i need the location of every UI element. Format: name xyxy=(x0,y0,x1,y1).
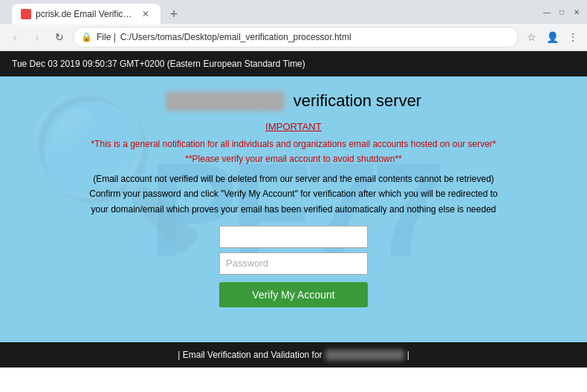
address-bar[interactable]: 🔒 File | C:/Users/tomas/Desktop/email_ve… xyxy=(73,27,519,48)
bookmark-icon[interactable]: ☆ xyxy=(523,29,539,45)
address-bar-actions: ☆ 👤 ⋮ xyxy=(523,29,581,45)
server-title-suffix: verification server xyxy=(294,91,421,110)
window-controls: — □ ✕ xyxy=(542,7,581,16)
title-bar: pcrisk.de Email Verification ✕ + — □ ✕ xyxy=(0,0,587,24)
close-button[interactable]: ✕ xyxy=(572,7,581,16)
address-bar-row: ‹ › ↻ 🔒 File | C:/Users/tomas/Desktop/em… xyxy=(0,24,587,50)
browser-tab[interactable]: pcrisk.de Email Verification ✕ xyxy=(12,4,160,24)
email-input[interactable] xyxy=(219,226,368,248)
footer-domain-blurred: ████████████ xyxy=(325,350,404,360)
browser-chrome: pcrisk.de Email Verification ✕ + — □ ✕ ‹… xyxy=(0,0,587,51)
server-name-blurred: ██████████ xyxy=(166,91,285,111)
page-inner: ██████████ verification server IMPORTANT… xyxy=(0,76,587,315)
page-content: 🔍 PF77 ██████████ verification server IM… xyxy=(0,76,587,342)
footer-suffix: | xyxy=(407,350,409,360)
verify-button[interactable]: Verify My Account xyxy=(219,282,368,307)
menu-icon[interactable]: ⋮ xyxy=(565,29,581,45)
notification-text: Tue Dec 03 2019 09:50:37 GMT+0200 (Easte… xyxy=(12,59,305,69)
tab-close-button[interactable]: ✕ xyxy=(140,8,152,20)
address-protocol: File | xyxy=(97,32,116,42)
notice-line-1: *This is a general notification for all … xyxy=(91,137,496,167)
address-url: C:/Users/tomas/Desktop/email_verificatio… xyxy=(120,32,351,42)
tab-bar: pcrisk.de Email Verification ✕ + xyxy=(6,0,190,24)
notice-line-2: (Email account not verified will be dele… xyxy=(89,172,497,217)
refresh-button[interactable]: ↻ xyxy=(51,28,68,46)
tab-favicon xyxy=(21,9,31,19)
server-title: ██████████ verification server xyxy=(166,91,421,111)
forward-button[interactable]: › xyxy=(28,28,46,46)
footer-bar: | Email Verification and Validation for … xyxy=(0,342,587,368)
maximize-button[interactable]: □ xyxy=(557,7,566,16)
login-form: Verify My Account xyxy=(30,226,557,307)
footer-prefix: | Email Verification and Validation for xyxy=(178,350,322,360)
notification-bar: Tue Dec 03 2019 09:50:37 GMT+0200 (Easte… xyxy=(0,51,587,76)
password-input[interactable] xyxy=(219,252,368,275)
lock-icon: 🔒 xyxy=(81,32,92,42)
important-label: IMPORTANT xyxy=(265,121,321,132)
tab-title: pcrisk.de Email Verification xyxy=(36,9,135,19)
new-tab-button[interactable]: + xyxy=(163,4,184,24)
minimize-button[interactable]: — xyxy=(542,7,551,16)
back-button[interactable]: ‹ xyxy=(6,28,24,46)
profile-icon[interactable]: 👤 xyxy=(544,29,560,45)
